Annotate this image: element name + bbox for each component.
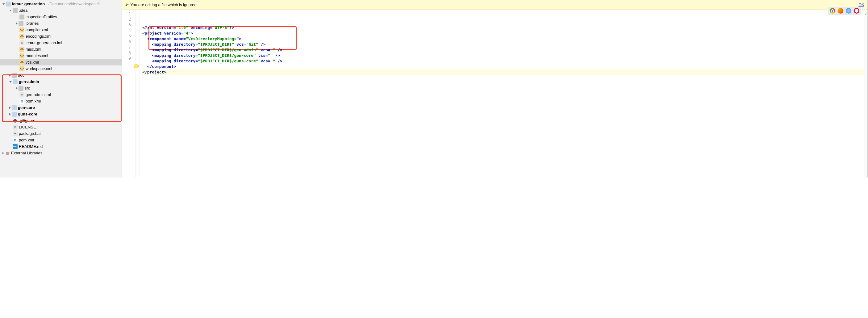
disclosure-arrow[interactable] [16,22,18,25]
code-line[interactable]: <project version="4"> [142,31,864,36]
tree-item-label: package.bat [19,131,41,136]
tree-item-label: encodings.xml [26,34,51,39]
line-number: 9 [122,56,135,61]
line-number: 2 [122,17,135,22]
line-number: 1 [122,11,135,17]
disclosure-arrow [9,139,12,141]
m-icon: m [13,138,18,142]
tree-item-gen-admin-iml[interactable]: ≡gen-admin.iml [0,91,122,98]
code-line[interactable]: </project> [142,69,864,75]
tree-item-workspace-xml[interactable]: <>workspace.xml [0,65,122,72]
line-number: 4 [122,28,135,33]
tree-item-label: External Libraries [11,151,42,155]
xml-icon: <> [20,47,24,52]
iml-icon: ≡ [20,92,24,97]
md-icon: MD [13,144,18,149]
tree-item-label: workspace.xml [26,66,52,71]
firefox-icon[interactable] [838,8,843,13]
tree-item-libraries[interactable]: libraries [0,20,122,27]
tree-item-gen-core[interactable]: gen-core [0,104,122,111]
tree-item-label: libraries [25,21,39,26]
xml-icon: <> [20,28,24,32]
project-tree-panel[interactable]: lemur-generation~/Documents/ideaworkspac… [0,0,122,178]
disclosure-arrow[interactable] [2,152,4,154]
tree-item-label: guns-core [18,112,37,117]
disclosure-arrow[interactable] [9,113,11,116]
folder-icon [13,80,18,84]
tree-item-src[interactable]: src [0,85,122,91]
banner-filename: .i* [125,2,129,7]
tree-item-label: gen-admin [19,80,39,84]
disclosure-arrow[interactable] [9,10,12,11]
txt-icon: ≡ [13,125,18,130]
tree-item-inspectionprofiles[interactable]: inspectionProfiles [0,13,122,20]
code-line[interactable]: <mapping directory="$PROJECT_DIR$/guns-c… [142,58,864,64]
disclosure-arrow[interactable] [9,74,11,76]
xml-icon: <> [20,66,24,71]
code-line[interactable]: <mapping directory="$PROJECT_DIR$/gen-co… [142,53,864,58]
tree-item-encodings-xml[interactable]: <>encodings.xml [0,33,122,39]
tree-item-compiler-xml[interactable]: <>compiler.xml [0,27,122,33]
extlib-icon: ||| [5,151,10,156]
disclosure-arrow[interactable] [9,81,12,83]
tree-item-label: modules.xml [26,54,48,58]
code-line[interactable]: <mapping directory="$PROJECT_DIR$" vcs="… [142,42,864,47]
xml-icon: <> [20,34,24,39]
tree-item-misc-xml[interactable]: <>misc.xml [0,46,122,53]
safari-icon[interactable] [846,8,851,13]
code-line[interactable]: <mapping directory="$PROJECT_DIR$/gen-ad… [142,47,864,53]
tree-item-license[interactable]: ≡LICENSE [0,124,122,130]
txt-icon: ≡ [13,131,18,136]
tree-item-package-bat[interactable]: ≡package.bat [0,130,122,137]
opera-icon[interactable] [854,8,859,13]
disclosure-arrow [16,42,19,44]
tree-item-lemur-generation-iml[interactable]: ≡lemur-generation.iml [0,39,122,46]
tree-item-pom-xml[interactable]: mpom.xml [0,98,122,104]
tree-item-label: pom.xml [19,138,34,142]
disclosure-arrow [9,120,12,122]
code-area[interactable]: 123456789 <?xml version="1.0" encoding="… [122,10,867,178]
tree-item-external-libraries[interactable]: |||External Libraries [0,150,122,156]
folder-icon [12,105,17,110]
tree-item-label: README.md [19,144,42,149]
tree-item-doc[interactable]: doc [0,72,122,78]
tree-item-label: lemur-generation.iml [26,40,62,45]
intention-bulb-icon[interactable] [134,64,138,69]
banner-ok-link[interactable]: OK [859,2,864,7]
folder-icon [6,2,11,6]
chrome-icon[interactable] [830,8,835,13]
disclosure-arrow [16,29,19,31]
tree-item--gitignore[interactable]: .gitignore [0,117,122,124]
tree-item-pom-xml[interactable]: mpom.xml [0,137,122,143]
tree-item-modules-xml[interactable]: <>modules.xml [0,53,122,59]
disclosure-arrow [9,126,12,128]
tree-item-gen-admin[interactable]: gen-admin [0,78,122,85]
xml-icon: <> [20,60,24,65]
disclosure-arrow [9,146,12,148]
disclosure-arrow [16,94,19,96]
code-text[interactable]: <?xml version="1.0" encoding="UTF-8"?><p… [140,10,864,178]
marker-strip[interactable]: ✓ [864,10,867,178]
tree-item-readme-md[interactable]: MDREADME.md [0,143,122,150]
tree-item-label: LICENSE [19,125,36,129]
disclosure-arrow[interactable] [2,3,5,5]
disclosure-arrow[interactable] [16,87,18,90]
tree-item-lemur-generation[interactable]: lemur-generation~/Documents/ideaworkspac… [0,1,122,7]
diamond-icon [13,118,17,123]
code-line[interactable]: <?xml version="1.0" encoding="UTF-8"?> [142,25,864,31]
code-line[interactable]: <component name="VcsDirectoryMappings"> [142,36,864,42]
tree-item-label: vcs.xml [26,60,39,65]
notification-banner: .i* You are editing a file which is igno… [122,0,867,10]
code-line[interactable]: </component> [142,64,864,69]
fold-strip[interactable] [135,10,140,178]
disclosure-arrow [16,48,19,51]
tree-item--idea[interactable]: .idea [0,7,122,13]
disclosure-arrow[interactable] [9,106,11,109]
tree-item-guns-core[interactable]: guns-core [0,111,122,117]
line-number: 5 [122,33,135,39]
m-icon: m [20,99,24,104]
tree-item-vcs-xml[interactable]: <>vcs.xml [0,59,122,65]
tree-item-label: misc.xml [26,47,41,52]
tree-item-label: inspectionProfiles [26,14,57,19]
tree-item-label: .gitignore [19,118,35,123]
